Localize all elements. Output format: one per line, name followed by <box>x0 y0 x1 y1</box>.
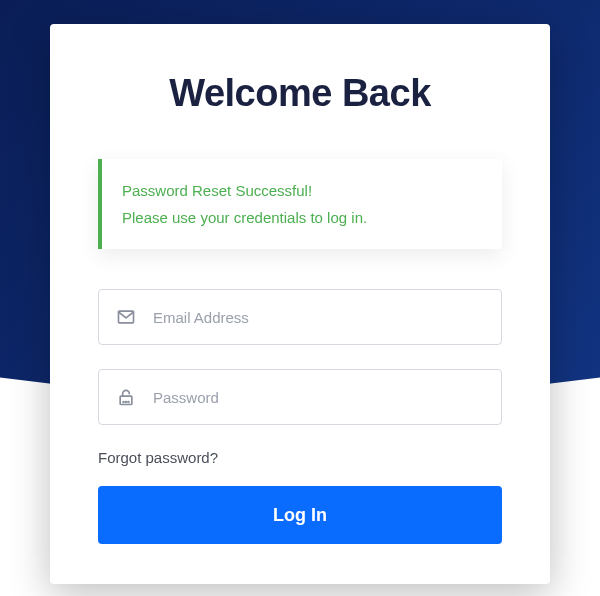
svg-point-4 <box>128 402 129 403</box>
email-input-wrap <box>98 289 502 345</box>
lock-icon <box>116 387 136 407</box>
login-button[interactable]: Log In <box>98 486 502 544</box>
success-alert: Password Reset Successful! Please use yo… <box>98 159 502 249</box>
forgot-password-link[interactable]: Forgot password? <box>98 449 218 466</box>
svg-point-3 <box>126 402 127 403</box>
password-field[interactable] <box>98 369 502 425</box>
svg-point-2 <box>123 402 124 403</box>
alert-line-1: Password Reset Successful! <box>122 177 482 204</box>
email-field[interactable] <box>98 289 502 345</box>
email-icon <box>116 307 136 327</box>
alert-line-2: Please use your credentials to log in. <box>122 204 482 231</box>
password-input-wrap <box>98 369 502 425</box>
login-card: Welcome Back Password Reset Successful! … <box>50 24 550 584</box>
page-title: Welcome Back <box>98 72 502 115</box>
